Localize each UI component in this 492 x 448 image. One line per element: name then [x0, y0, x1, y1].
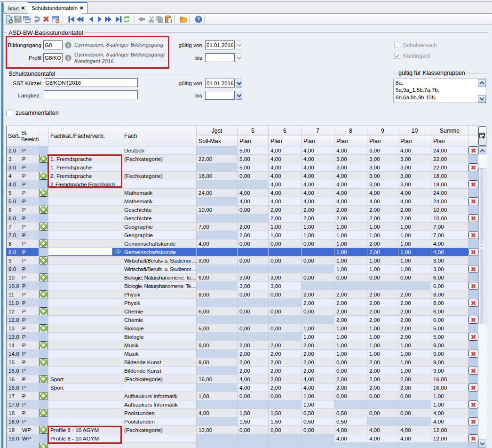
- svg-text:i: i: [118, 249, 119, 254]
- svg-text:?: ?: [197, 16, 200, 22]
